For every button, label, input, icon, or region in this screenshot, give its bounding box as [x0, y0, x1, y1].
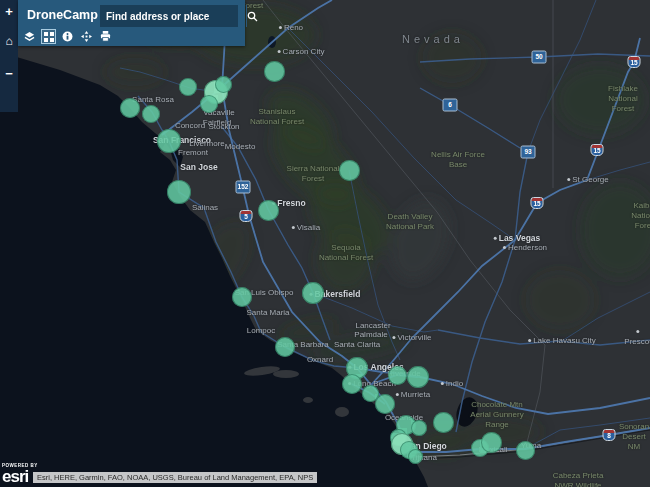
event-marker[interactable] [275, 337, 295, 357]
details-button[interactable] [60, 29, 75, 44]
event-marker[interactable] [408, 449, 423, 464]
grid-icon [44, 32, 54, 42]
event-marker[interactable] [516, 441, 535, 460]
zoom-in-button[interactable]: + [0, 0, 18, 22]
event-marker[interactable] [200, 95, 218, 113]
event-marker[interactable] [232, 287, 252, 307]
pan-button[interactable] [79, 29, 94, 44]
event-marker[interactable] [407, 366, 429, 388]
event-marker[interactable] [375, 394, 395, 414]
info-icon [62, 31, 73, 42]
event-marker[interactable] [157, 129, 181, 153]
event-markers-layer [0, 0, 650, 487]
print-button[interactable] [98, 29, 113, 44]
search-input[interactable] [100, 11, 246, 22]
event-marker[interactable] [258, 200, 279, 221]
toolbar [22, 29, 113, 44]
event-marker[interactable] [264, 61, 285, 82]
event-marker[interactable] [120, 98, 140, 118]
event-marker[interactable] [142, 105, 160, 123]
home-button[interactable]: ⌂ [0, 30, 18, 52]
basemap-layers-button[interactable] [22, 29, 37, 44]
search-box [100, 5, 238, 27]
zoom-strip: + ⌂ − [0, 0, 18, 112]
event-marker[interactable] [167, 180, 191, 204]
event-marker[interactable] [481, 432, 502, 453]
header-panel: DroneCamp 2018 [18, 0, 245, 46]
magnifier-icon [247, 11, 258, 22]
event-marker[interactable] [215, 76, 232, 93]
print-icon [100, 31, 111, 42]
event-marker[interactable] [342, 374, 362, 394]
app-window: ForestRenoCarson CityNevadaFishlake Nati… [0, 0, 650, 487]
attribution-bar: Esri, HERE, Garmin, FAO, NOAA, USGS, Bur… [33, 472, 317, 483]
event-marker[interactable] [433, 412, 454, 433]
basemap-grid-button[interactable] [41, 29, 56, 44]
layers-icon [24, 31, 35, 42]
map-canvas[interactable]: ForestRenoCarson CityNevadaFishlake Nati… [0, 0, 650, 487]
search-button[interactable] [246, 5, 258, 27]
pan-arrows-icon [81, 31, 92, 42]
event-marker[interactable] [179, 78, 197, 96]
event-marker[interactable] [388, 366, 407, 385]
zoom-out-button[interactable]: − [0, 62, 18, 84]
event-marker[interactable] [302, 282, 324, 304]
event-marker[interactable] [411, 420, 427, 436]
event-marker[interactable] [339, 160, 360, 181]
